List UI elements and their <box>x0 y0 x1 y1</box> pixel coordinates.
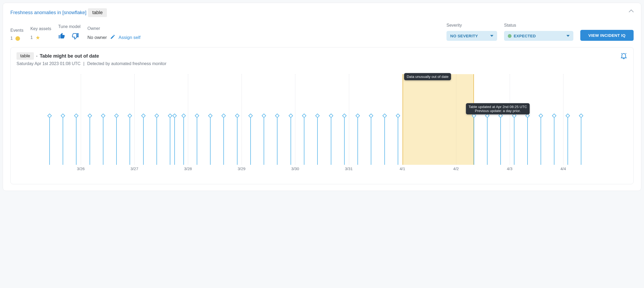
incident-title[interactable]: Freshness anomalies in [snowflake] table <box>10 8 107 17</box>
event-stem <box>567 116 568 165</box>
anomaly-band <box>402 74 474 165</box>
incident-card: Freshness anomalies in [snowflake] table… <box>3 3 641 191</box>
event-marker[interactable] <box>141 114 146 118</box>
chart-gridline <box>134 74 135 165</box>
event-marker[interactable] <box>382 114 387 118</box>
event-stem <box>197 116 197 165</box>
event-stem <box>264 116 264 165</box>
detail-detector: Detected by automated freshness monitor <box>87 61 166 66</box>
event-marker[interactable] <box>235 114 239 118</box>
event-marker[interactable] <box>114 114 119 118</box>
status-value: EXPECTED <box>514 34 536 38</box>
event-stem <box>116 116 117 165</box>
event-stem <box>174 116 175 165</box>
freshness-timeline-chart: Data unusually out of dateTable updated … <box>17 74 627 175</box>
events-count: 1 <box>10 36 13 41</box>
event-marker[interactable] <box>329 114 333 118</box>
event-marker[interactable] <box>61 114 65 118</box>
chart-gridline <box>188 74 188 165</box>
bell-icon[interactable] <box>620 52 627 61</box>
thumbs-down-button[interactable] <box>71 32 79 41</box>
event-stem <box>304 116 304 165</box>
chart-gridline <box>349 74 349 165</box>
event-marker[interactable] <box>275 114 280 118</box>
event-stem <box>554 116 554 165</box>
event-marker[interactable] <box>288 114 293 118</box>
x-axis-tick: 4/1 <box>400 166 405 171</box>
event-stem <box>237 116 238 165</box>
edit-owner-button[interactable] <box>110 34 115 41</box>
event-marker[interactable] <box>262 114 266 118</box>
detail-summary: Table might be out of date <box>40 53 99 59</box>
event-marker[interactable] <box>47 114 52 118</box>
event-stem <box>514 116 514 165</box>
event-marker[interactable] <box>154 114 159 118</box>
events-column: Events 1 <box>10 28 23 41</box>
event-marker[interactable] <box>181 114 186 118</box>
chevron-down-icon <box>566 35 570 37</box>
event-stem <box>76 116 77 165</box>
x-axis-tick: 3/30 <box>291 166 299 171</box>
event-stem <box>500 116 501 165</box>
event-marker[interactable] <box>87 114 92 118</box>
event-marker[interactable] <box>552 114 557 118</box>
x-axis-tick: 4/3 <box>507 166 512 171</box>
event-stem <box>487 116 488 165</box>
event-marker[interactable] <box>208 114 213 118</box>
event-marker[interactable] <box>565 114 570 118</box>
event-stem <box>210 116 211 165</box>
event-stem <box>143 116 144 165</box>
events-label: Events <box>10 28 23 34</box>
status-select[interactable]: EXPECTED <box>504 31 573 41</box>
x-axis-tick: 3/29 <box>238 166 245 171</box>
detail-meta: Saturday Apr 1st 2023 01:08 UTC | Detect… <box>17 61 166 66</box>
event-stem <box>277 116 277 165</box>
event-stem <box>371 116 371 165</box>
severity-value: NO SEVERITY <box>450 34 478 38</box>
event-marker[interactable] <box>195 114 199 118</box>
event-stem <box>223 116 224 165</box>
x-axis-tick: 3/31 <box>345 166 353 171</box>
event-stem <box>130 116 130 165</box>
event-marker[interactable] <box>248 114 253 118</box>
event-marker[interactable] <box>168 114 172 118</box>
event-marker[interactable] <box>315 114 320 118</box>
event-marker[interactable] <box>356 114 360 118</box>
event-marker[interactable] <box>222 114 226 118</box>
event-marker[interactable] <box>369 114 373 118</box>
assign-self-button[interactable]: Assign self <box>119 35 140 40</box>
event-stem <box>250 116 251 165</box>
tune-model-controls <box>58 32 80 41</box>
thumbs-up-button[interactable] <box>58 32 66 41</box>
event-marker[interactable] <box>396 114 400 118</box>
event-stem <box>331 116 331 165</box>
chart-gridline <box>510 74 510 165</box>
event-marker[interactable] <box>101 114 105 118</box>
x-axis-tick: 3/28 <box>184 166 192 171</box>
x-axis-tick: 3/26 <box>77 166 84 171</box>
owner-value: No owner <box>87 35 107 40</box>
severity-label: Severity <box>446 23 497 29</box>
x-axis-tick: 4/2 <box>453 166 459 171</box>
event-marker[interactable] <box>579 114 583 118</box>
action-column: VIEW INCIDENT IQ <box>580 22 634 41</box>
event-marker[interactable] <box>539 114 543 118</box>
view-incident-iq-button[interactable]: VIEW INCIDENT IQ <box>580 30 634 41</box>
event-marker[interactable] <box>128 114 132 118</box>
events-value: 1 <box>10 36 23 41</box>
event-marker[interactable] <box>74 114 79 118</box>
event-dot-icon <box>15 36 20 41</box>
event-marker[interactable] <box>172 114 177 118</box>
severity-select[interactable]: NO SEVERITY <box>446 31 497 41</box>
chart-gridline <box>81 74 81 165</box>
status-label: Status <box>504 23 573 29</box>
event-stem <box>527 116 528 165</box>
collapse-toggle[interactable] <box>629 8 634 14</box>
event-marker[interactable] <box>342 114 347 118</box>
chart-gridline <box>295 74 295 165</box>
event-stem <box>170 116 170 165</box>
owner-column: Owner No owner Assign self <box>87 26 140 41</box>
incident-title-link[interactable]: Freshness anomalies in [snowflake] <box>10 10 86 15</box>
status-column: Status EXPECTED <box>504 23 573 41</box>
event-marker[interactable] <box>302 114 306 118</box>
